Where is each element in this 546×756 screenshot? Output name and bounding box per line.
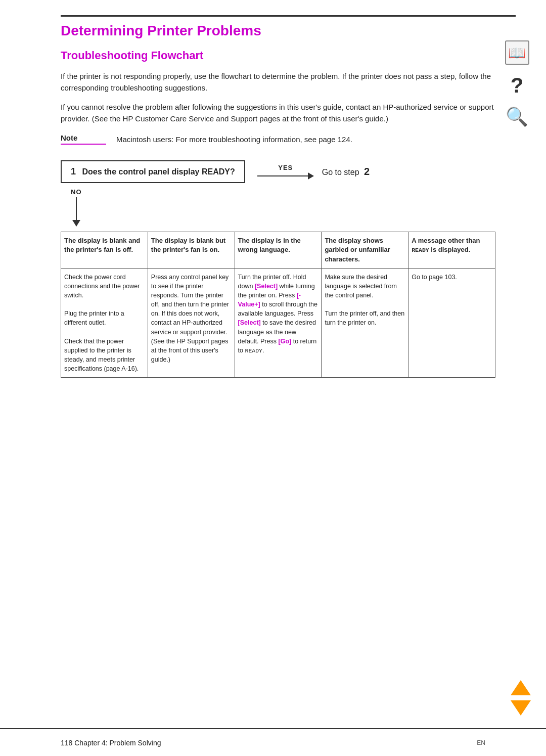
no-label: NO (71, 188, 82, 196)
no-vert-line (76, 197, 77, 220)
col1-header: The display is blank and the printer's f… (61, 232, 148, 269)
footer-text: 118 Chapter 4: Problem Solving (61, 739, 161, 747)
section-title: Troubleshooting Flowchart (61, 49, 495, 62)
right-sidebar: 📖 ? 🔍 (503, 40, 531, 127)
note-text: Macintosh users: For more troubleshootin… (116, 134, 495, 145)
note-label: Note (61, 134, 116, 142)
no-arrow-wrapper: NO (71, 188, 82, 227)
yes-arrowhead (308, 172, 314, 180)
book-icon: 📖 (505, 40, 529, 65)
col3-body: Turn the printer off. Hold down [Select]… (235, 268, 322, 377)
col2-body: Press any control panel key to see if th… (148, 268, 235, 377)
col3-header: The display is in the wrong language. (235, 232, 322, 269)
main-content: Determining Printer Problems Troubleshoo… (61, 0, 495, 378)
note-underline (61, 144, 106, 145)
intro-text-2: If you cannot resolve the problem after … (61, 101, 495, 125)
col2-header: The display is blank but the printer's f… (148, 232, 235, 269)
step1-number: 1 (71, 166, 76, 176)
arrow-up-icon[interactable] (511, 680, 531, 695)
goto-number: 2 (364, 166, 370, 177)
yes-section: YES (257, 164, 314, 180)
search-icon: 🔍 (506, 106, 528, 127)
detail-table: The display is blank and the printer's f… (61, 232, 495, 378)
step1-question: Does the control panel display READY? (82, 167, 235, 176)
intro-text-1: If the printer is not responding properl… (61, 70, 495, 94)
step1-row: 1 Does the control panel display READY? … (61, 160, 495, 183)
yes-label: YES (278, 164, 293, 171)
col4-header: The display shows garbled or unfamiliar … (322, 232, 408, 269)
nav-arrows[interactable] (511, 680, 531, 716)
step1-box: 1 Does the control panel display READY? (61, 160, 245, 183)
detail-body-row: Check the power cord connections and the… (61, 268, 495, 377)
footer-lang: EN (477, 739, 485, 746)
footer: 118 Chapter 4: Problem Solving EN (0, 728, 546, 756)
flowchart-area: 1 Does the control panel display READY? … (61, 160, 495, 378)
note-label-col: Note (61, 134, 116, 145)
detail-header-row: The display is blank and the printer's f… (61, 232, 495, 269)
col4-body: Make sure the desired language is select… (322, 268, 408, 377)
page-title: Determining Printer Problems (61, 23, 495, 39)
top-border (61, 15, 516, 17)
page-container: 📖 ? 🔍 Determining Printer Problems Troub… (0, 0, 546, 756)
yes-arrow (257, 172, 314, 180)
no-section: NO (61, 188, 495, 227)
note-section: Note Macintosh users: For more troublesh… (61, 134, 495, 145)
yes-arrow-line (257, 175, 308, 176)
question-icon: ? (511, 75, 524, 96)
col1-body: Check the power cord connections and the… (61, 268, 148, 377)
no-arrowhead (72, 220, 80, 227)
col5-header: A message other than READY is displayed. (408, 232, 495, 269)
arrow-down-icon[interactable] (511, 700, 531, 716)
goto-step2: Go to step 2 (322, 166, 370, 177)
col5-body: Go to page 103. (408, 268, 495, 377)
